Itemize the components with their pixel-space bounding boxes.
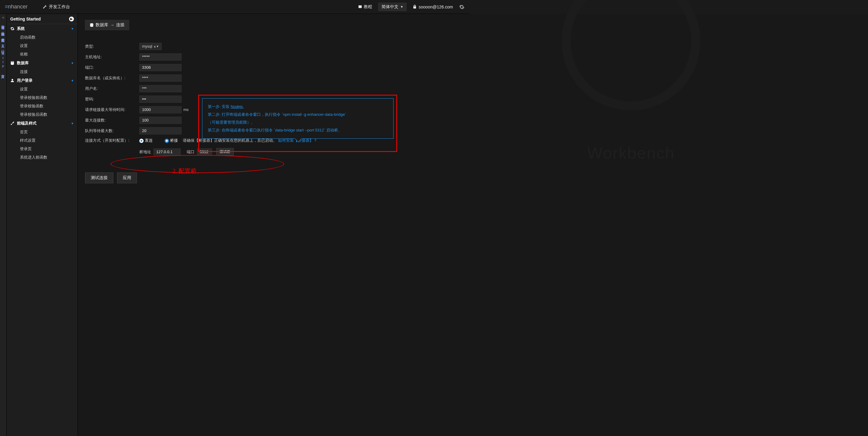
bridge-install-tooltip: 第一步: 安装 Nodejs。 第二步: 打开终端或者命令窗口，执行指令 `np…: [202, 98, 394, 139]
type-label: 类型:: [85, 44, 140, 49]
user-input[interactable]: [140, 85, 182, 92]
caret-down-icon: ▼: [71, 122, 74, 125]
dbname-input[interactable]: [140, 74, 182, 82]
gear-icon: [459, 4, 464, 10]
bridge-port-input[interactable]: [197, 148, 212, 156]
menu-item[interactable]: 设置: [7, 41, 78, 50]
apply-button[interactable]: 应用: [117, 173, 137, 183]
arrow-right-icon: →: [110, 23, 114, 27]
bridge-port-label: 端口: [187, 149, 194, 155]
menu-item[interactable]: 样式设置: [7, 136, 78, 145]
tooltip-step3-cmd: data-bridge start --port 5312: [275, 128, 324, 132]
maxqueue-label: 队列等待最大数:: [85, 128, 140, 133]
type-select[interactable]: mysql ▲▼: [140, 43, 162, 50]
radio-direct[interactable]: 直连: [140, 138, 153, 143]
app-logo: ≡nhancer: [5, 4, 28, 10]
caret-down-icon: ▼: [400, 5, 403, 8]
left-rail: « 页面管理 导航编辑 全局配置 工具 口接 Http 自定义: [0, 14, 7, 236]
rail-item-http[interactable]: 口接 Http 自定义: [0, 45, 6, 75]
menu-item[interactable]: 登录校验后函数: [7, 111, 78, 119]
menu-header-frontend[interactable]: 前端及样式 ▼: [7, 119, 78, 128]
password-label: 密码:: [85, 96, 140, 102]
brush-icon: [10, 121, 14, 125]
menu-item[interactable]: 首页: [7, 128, 78, 136]
radio-bridge[interactable]: 桥接: [165, 138, 178, 143]
menu-item[interactable]: 登录校验前函数: [7, 93, 78, 102]
test-connection-button[interactable]: 测试连接: [85, 173, 114, 183]
play-button[interactable]: ▶: [69, 17, 74, 22]
test-bridge-button[interactable]: 测试桥: [216, 148, 234, 156]
rail-item-pages[interactable]: 页面管理: [0, 21, 6, 27]
maxqueue-input[interactable]: [140, 127, 182, 134]
timeout-label: 请求链接最大等待时间:: [85, 107, 140, 113]
tooltip-step3-suffix: ` 启动桥。: [324, 128, 342, 132]
tooltip-step3-prefix: 第三步: 在终端或者命令窗口执行指令 `: [208, 128, 275, 132]
menu-group-frontend: 前端及样式 ▼ 首页 样式设置 登录页 系统进入前函数: [7, 119, 78, 162]
header-right: 教程 简体中文 ▼ soooon@126.com: [358, 3, 464, 11]
tutorial-link[interactable]: 教程: [358, 4, 372, 10]
rail-item-nav[interactable]: 导航编辑: [0, 27, 6, 33]
menu-label: 用户登录: [17, 78, 33, 83]
user-email: soooon@126.com: [418, 4, 453, 9]
bridge-addr-input[interactable]: [154, 148, 181, 156]
maxconn-label: 最大连接数:: [85, 118, 140, 123]
database-icon: [10, 61, 14, 65]
user-icon: [10, 79, 14, 83]
menu-header-userlogin[interactable]: 用户登录 ▼: [7, 76, 78, 85]
menu-item[interactable]: 启动函数: [7, 33, 78, 41]
caret-down-icon: ▼: [71, 79, 74, 82]
menu-item[interactable]: 系统进入前函数: [7, 153, 78, 162]
menu-item[interactable]: 设置: [7, 85, 78, 93]
menu-label: 前端及样式: [17, 121, 36, 126]
tooltip-step2-cmd: npm install -g enhancer-data-bridge: [283, 112, 345, 117]
maxconn-input[interactable]: [140, 117, 182, 124]
password-input[interactable]: [140, 96, 182, 103]
tutorial-label: 教程: [364, 4, 372, 10]
language-select[interactable]: 简体中文 ▼: [378, 3, 407, 11]
workbench-link[interactable]: 开发工作台: [43, 4, 70, 10]
rail-item-global[interactable]: 全局配置: [0, 33, 6, 39]
caret-down-icon: ▼: [71, 27, 74, 30]
tooltip-step1-prefix: 第一步: 安装: [208, 104, 231, 109]
settings-button[interactable]: [459, 4, 464, 10]
language-label: 简体中文: [381, 4, 398, 10]
connmethod-label: 连接方式（开发时配置）:: [85, 138, 140, 143]
breadcrumb-conn: 连接: [116, 22, 125, 28]
database-icon: [90, 23, 94, 27]
db-connection-form: 类型: mysql ▲▼ 主机地址: 端口: 数据库名（或实例名）: 用户名: …: [85, 41, 469, 183]
tooltip-nodejs-link[interactable]: Nodejs: [231, 104, 243, 109]
port-input[interactable]: [140, 64, 182, 71]
type-value: mysql: [142, 44, 152, 49]
logo-icon: ≡: [5, 4, 7, 10]
menu-item[interactable]: 登录校验函数: [7, 102, 78, 111]
menu-header-system[interactable]: 系统 ▼: [7, 24, 78, 33]
lock-icon: [412, 5, 417, 9]
select-arrows-icon: ▲▼: [154, 45, 159, 48]
breadcrumb: 数据库 → 连接: [85, 20, 129, 30]
timeout-input[interactable]: [140, 106, 182, 113]
main-content: Workbench 数据库 → 连接 类型: mysql ▲▼ 主机地址: 端口…: [78, 14, 469, 236]
user-info[interactable]: soooon@126.com: [412, 4, 453, 9]
annotation-text-2: 2. 配置桥。: [173, 167, 203, 175]
wrench-icon: [43, 5, 47, 9]
menu-label: 系统: [17, 26, 25, 31]
gear-icon: [10, 27, 14, 31]
dbname-label: 数据库名（或实例名）:: [85, 75, 140, 81]
menu-item[interactable]: 依赖: [7, 50, 78, 59]
menu-header-database[interactable]: 数据库 ▼: [7, 59, 78, 67]
sidebar-title: Getting Started: [10, 17, 41, 22]
rail-collapse-button[interactable]: «: [0, 14, 6, 21]
breadcrumb-db: 数据库: [96, 22, 108, 28]
menu-item[interactable]: 登录页: [7, 145, 78, 153]
menu-label: 数据库: [17, 60, 29, 66]
menu-group-system: 系统 ▼ 启动函数 设置 依赖: [7, 24, 78, 59]
rail-item-tools[interactable]: 工具: [0, 39, 6, 45]
bridge-addr-label: 桥地址: [140, 149, 151, 155]
logo-text: nhancer: [8, 4, 28, 10]
menu-group-userlogin: 用户登录 ▼ 设置 登录校验前函数 登录校验函数 登录校验后函数: [7, 76, 78, 119]
workbench-label: 开发工作台: [49, 4, 70, 10]
host-input[interactable]: [140, 53, 182, 61]
menu-item[interactable]: 连接: [7, 67, 78, 76]
sidebar-header: Getting Started ▶: [7, 14, 78, 24]
menu-group-database: 数据库 ▼ 连接: [7, 59, 78, 76]
